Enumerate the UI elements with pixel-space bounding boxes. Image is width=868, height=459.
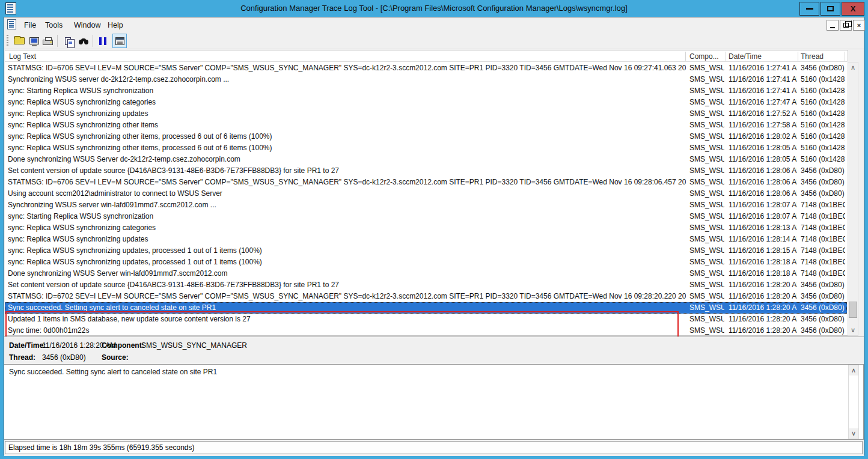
log-row[interactable]: Updated 1 items in SMS database, new upd…	[5, 314, 847, 325]
log-row[interactable]: sync: Starting Replica WSUS synchronizat…	[5, 211, 847, 222]
toolbar	[4, 32, 864, 49]
log-row[interactable]: sync: Replica WSUS synchronizing other i…	[5, 142, 847, 154]
thread-cell: 7148 (0x1BEC)	[801, 235, 845, 243]
computer-icon	[29, 37, 39, 44]
log-text-cell: STATMSG: ID=6706 SEV=I LEV=M SOURCE="SMS…	[8, 178, 686, 186]
mdi-close-icon: ×	[857, 22, 861, 29]
component-cell: SMS_WSUS	[689, 212, 724, 220]
log-row[interactable]: STATMSG: ID=6706 SEV=I LEV=M SOURCE="SMS…	[5, 177, 847, 188]
column-divider[interactable]	[726, 52, 726, 61]
component-cell: SMS_WSUS	[689, 132, 724, 141]
thread-cell: 7148 (0x1BEC)	[801, 223, 845, 232]
log-row[interactable]: Synchronizing WSUS server win-lafd091mmd…	[5, 199, 847, 211]
log-row[interactable]: STATMSG: ID=6702 SEV=I LEV=M SOURCE="SMS…	[5, 291, 847, 302]
close-button[interactable]: X	[842, 2, 864, 16]
log-row[interactable]: Done synchronizing WSUS Server win-lafd0…	[5, 268, 847, 279]
copy-button[interactable]	[61, 34, 75, 48]
log-row[interactable]: Set content version of update source {D4…	[5, 165, 847, 177]
log-row[interactable]: sync: Replica WSUS synchronizing categor…	[5, 222, 847, 234]
open-remote-button[interactable]	[27, 34, 41, 48]
column-divider[interactable]	[845, 52, 845, 61]
log-row[interactable]: Using account sccm2012\administrator to …	[5, 188, 847, 199]
menu-help[interactable]: Help	[105, 20, 126, 30]
print-button[interactable]	[40, 34, 55, 48]
datetime-cell: 11/16/2016 1:28:20 AM	[729, 303, 797, 312]
toolbar-gripper[interactable]	[7, 35, 8, 47]
log-row[interactable]: Set content version of update source {D4…	[5, 279, 847, 291]
log-row[interactable]: sync: Replica WSUS synchronizing updates…	[5, 108, 847, 120]
thread-cell: 3456 (0xD80)	[801, 303, 845, 312]
menu-file[interactable]: File	[22, 20, 38, 30]
toolbar-separator	[57, 35, 58, 47]
log-row[interactable]: Synchronizing WSUS server dc-2k12r2-temp…	[5, 74, 847, 85]
log-row[interactable]: sync: Starting Replica WSUS synchronizat…	[5, 85, 847, 97]
log-list: Log Text Compo... Date/Time Thread STATM…	[5, 50, 848, 336]
maximize-button[interactable]	[821, 2, 840, 16]
column-header-component[interactable]: Compo...	[689, 52, 719, 61]
datetime-cell: 11/16/2016 1:28:06 AM	[729, 166, 797, 175]
scroll-up-icon[interactable]: ∧	[849, 365, 858, 375]
component-cell: SMS_WSUS	[689, 258, 724, 266]
log-row[interactable]: STATMSG: ID=6706 SEV=I LEV=M SOURCE="SMS…	[5, 62, 847, 74]
close-icon: X	[851, 4, 856, 13]
column-header-thread[interactable]: Thread	[801, 52, 824, 61]
message-pane: Sync succeeded. Setting sync alert to ca…	[4, 364, 864, 440]
mdi-restore-button[interactable]	[840, 20, 852, 31]
thread-cell: 3456 (0xD80)	[801, 189, 845, 198]
scroll-down-icon[interactable]: ∨	[848, 325, 858, 335]
find-button[interactable]	[76, 34, 91, 48]
scroll-up-icon[interactable]: ∧	[848, 62, 858, 73]
log-row[interactable]: sync: Replica WSUS synchronizing updates…	[5, 257, 847, 268]
datetime-cell: 11/16/2016 1:28:20 AM	[729, 292, 797, 300]
log-row[interactable]: Sync succeeded. Setting sync alert to ca…	[5, 302, 847, 314]
title-bar[interactable]: Configuration Manager Trace Log Tool - […	[0, 0, 868, 17]
component-cell: SMS_WSUS	[689, 315, 724, 323]
log-text-cell: Sync succeeded. Setting sync alert to ca…	[8, 303, 686, 312]
datetime-cell: 11/16/2016 1:28:07 AM	[729, 201, 797, 209]
log-row[interactable]: sync: Replica WSUS synchronizing categor…	[5, 97, 847, 108]
message-detail-toggle-button[interactable]	[112, 34, 127, 48]
datetime-cell: 11/16/2016 1:28:20 AM	[729, 315, 797, 323]
message-detail-icon	[115, 37, 124, 45]
maximize-icon	[827, 6, 834, 11]
log-row[interactable]: sync: Replica WSUS synchronizing other i…	[5, 120, 847, 131]
log-row[interactable]: Done synchronizing WSUS Server dc-2k12r2…	[5, 154, 847, 165]
detail-thread-label: Thread:	[9, 353, 35, 362]
log-row[interactable]: sync: Replica WSUS synchronizing other i…	[5, 131, 847, 142]
list-vertical-scrollbar[interactable]: ∧ ∨	[848, 62, 858, 336]
datetime-cell: 11/16/2016 1:27:41 AM	[729, 87, 797, 95]
scrollbar-thumb[interactable]	[849, 302, 857, 318]
scroll-down-icon[interactable]: ∨	[849, 428, 858, 439]
mdi-minimize-button[interactable]	[827, 20, 839, 31]
window-title: Configuration Manager Trace Log Tool - […	[0, 4, 868, 13]
component-cell: SMS_WSUS	[689, 109, 724, 118]
open-file-button[interactable]	[12, 34, 26, 48]
thread-cell: 7148 (0x1BEC)	[801, 269, 845, 278]
menu-tools[interactable]: Tools	[43, 20, 65, 30]
column-header-logtext[interactable]: Log Text	[9, 52, 36, 61]
log-text-cell: sync: Replica WSUS synchronizing updates…	[8, 258, 686, 266]
log-text-cell: Done synchronizing WSUS Server dc-2k12r2…	[8, 155, 686, 163]
thread-cell: 5160 (0x1428)	[801, 132, 845, 141]
log-row[interactable]: Sync time: 0d00h01m22s SMS_WSUS 11/16/20…	[5, 325, 847, 336]
column-divider[interactable]	[798, 52, 798, 61]
log-row[interactable]: sync: Replica WSUS synchronizing updates…	[5, 245, 847, 257]
mdi-close-button[interactable]: ×	[853, 20, 865, 31]
log-text-cell: sync: Replica WSUS synchronizing other i…	[8, 132, 686, 141]
pause-button[interactable]	[96, 34, 110, 48]
column-divider[interactable]	[685, 52, 686, 61]
log-row[interactable]: sync: Replica WSUS synchronizing updates…	[5, 234, 847, 245]
datetime-cell: 11/16/2016 1:28:13 AM	[729, 223, 797, 232]
minimize-button[interactable]	[799, 2, 819, 16]
mdi-minimize-icon	[830, 27, 835, 28]
log-text-cell: Set content version of update source {D4…	[8, 281, 686, 289]
component-cell: SMS_WSUS	[689, 246, 724, 255]
component-cell: SMS_WSUS	[689, 189, 724, 198]
component-cell: SMS_WSUS	[689, 121, 724, 129]
datetime-cell: 11/16/2016 1:28:14 AM	[729, 235, 797, 243]
message-vertical-scrollbar[interactable]: ∧ ∨	[848, 365, 859, 439]
menu-window[interactable]: Window	[72, 20, 103, 30]
detail-pane: Date/Time: 11/16/2016 1:28:20 AM Compone…	[4, 336, 864, 364]
component-cell: SMS_WSUS	[689, 155, 724, 163]
column-header-datetime[interactable]: Date/Time	[729, 52, 762, 61]
